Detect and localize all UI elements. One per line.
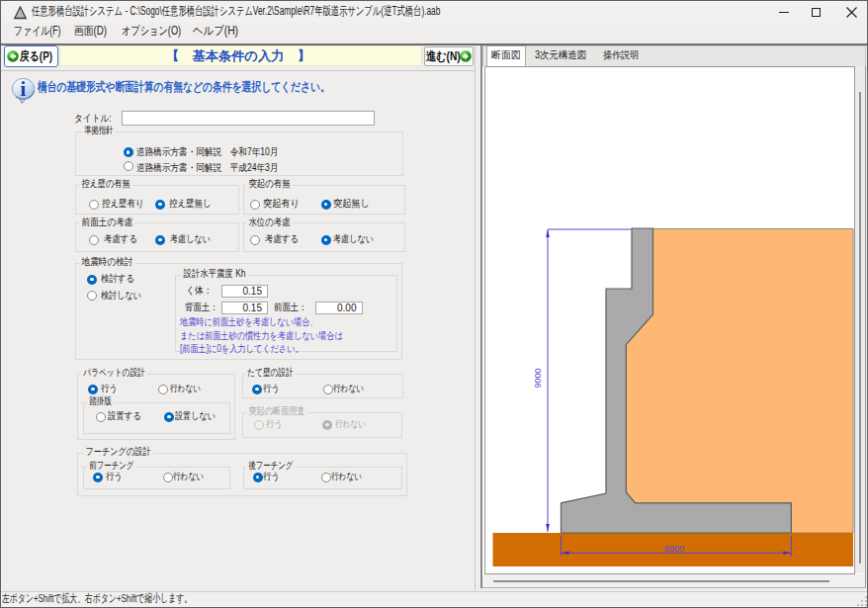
svg-text:6800: 6800 bbox=[663, 543, 683, 553]
svg-text:9000: 9000 bbox=[533, 368, 543, 388]
svg-text:i: i bbox=[21, 77, 27, 99]
